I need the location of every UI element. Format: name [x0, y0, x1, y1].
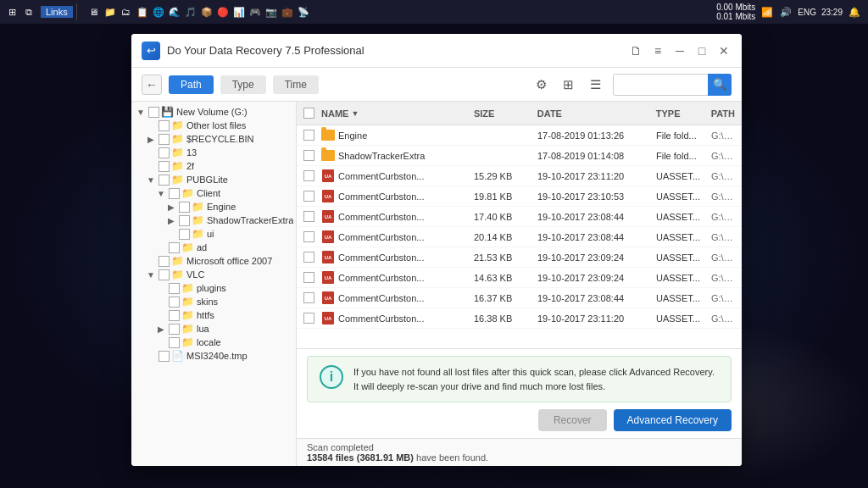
- tb-app-3[interactable]: 🗂: [120, 5, 133, 19]
- new-window-button[interactable]: 🗋: [628, 43, 643, 58]
- tree-checkbox[interactable]: [169, 188, 180, 199]
- tree-item[interactable]: ▼📁VLC: [131, 268, 296, 281]
- maximize-button[interactable]: □: [694, 43, 709, 58]
- recover-button[interactable]: Recover: [538, 409, 607, 431]
- table-row[interactable]: UACommentCurbston...21.53 KB19-10-2017 2…: [297, 247, 742, 268]
- tree-checkbox[interactable]: [159, 175, 170, 186]
- tree-item[interactable]: 📁plugins: [131, 281, 296, 295]
- tab-time[interactable]: Time: [273, 75, 319, 94]
- menu-icon[interactable]: ☰: [584, 74, 606, 96]
- volume-icon[interactable]: 🔊: [779, 5, 793, 19]
- row-checkbox[interactable]: [303, 211, 314, 222]
- col-header-name[interactable]: NAME ▼: [321, 108, 474, 119]
- tree-checkbox[interactable]: [169, 337, 180, 348]
- tree-checkbox[interactable]: [169, 283, 180, 294]
- col-header-date[interactable]: DATE: [537, 108, 656, 119]
- col-header-path[interactable]: PATH: [711, 108, 735, 119]
- tree-item[interactable]: 📁skins: [131, 295, 296, 308]
- col-header-size[interactable]: SIZE: [474, 108, 537, 119]
- start-icon[interactable]: ⊞: [5, 5, 19, 19]
- row-checkbox[interactable]: [303, 150, 314, 161]
- tree-item[interactable]: ▼📁PUBGLite: [131, 173, 296, 186]
- tree-item[interactable]: ▶📁Engine: [131, 200, 296, 214]
- table-row[interactable]: UACommentCurbston...14.63 KB19-10-2017 2…: [297, 268, 742, 288]
- minimize-button[interactable]: ─: [672, 43, 687, 58]
- tab-type[interactable]: Type: [220, 75, 266, 94]
- table-row[interactable]: UACommentCurbston...17.40 KB19-10-2017 2…: [297, 207, 742, 227]
- tree-checkbox[interactable]: [169, 310, 180, 321]
- task-view-icon[interactable]: ⧉: [22, 5, 36, 19]
- tree-checkbox[interactable]: [179, 229, 190, 240]
- tree-checkbox[interactable]: [179, 202, 190, 213]
- tb-app-12[interactable]: 📷: [264, 5, 278, 19]
- tree-checkbox[interactable]: [159, 269, 170, 280]
- tree-item[interactable]: ▼💾New Volume (G:): [131, 105, 296, 119]
- row-checkbox[interactable]: [303, 170, 314, 181]
- table-row[interactable]: UACommentCurbston...15.29 KB19-10-2017 2…: [297, 166, 742, 186]
- tree-expand-icon[interactable]: ▼: [135, 108, 147, 117]
- tree-checkbox[interactable]: [159, 351, 170, 362]
- table-row[interactable]: UACommentCurbston...19.81 KB19-10-2017 2…: [297, 186, 742, 207]
- tree-checkbox[interactable]: [169, 324, 180, 335]
- row-checkbox[interactable]: [303, 292, 314, 303]
- col-header-type[interactable]: TYPE: [656, 108, 711, 119]
- tb-app-14[interactable]: 📡: [297, 5, 310, 19]
- row-checkbox[interactable]: [303, 231, 314, 242]
- tree-item[interactable]: 📁2f: [131, 159, 296, 173]
- tb-app-7[interactable]: 🎵: [184, 5, 198, 19]
- tree-item[interactable]: ▼📁Client: [131, 186, 296, 200]
- tree-item[interactable]: 📁httfs: [131, 308, 296, 322]
- settings-icon[interactable]: ⚙: [530, 74, 552, 96]
- menu-button[interactable]: ≡: [650, 43, 665, 58]
- tb-app-11[interactable]: 🎮: [248, 5, 262, 19]
- tree-expand-icon[interactable]: ▼: [155, 189, 167, 198]
- tree-expand-icon[interactable]: ▶: [145, 135, 157, 144]
- tree-item[interactable]: ▶📁lua: [131, 322, 296, 336]
- tree-expand-icon[interactable]: ▶: [165, 216, 177, 225]
- tb-app-8[interactable]: 📦: [200, 5, 214, 19]
- tree-item[interactable]: 📁Microsoft office 2007: [131, 254, 296, 268]
- tree-item[interactable]: 📁locale: [131, 336, 296, 349]
- tree-item[interactable]: 📁ad: [131, 241, 296, 254]
- tree-expand-icon[interactable]: ▼: [145, 270, 157, 280]
- close-button[interactable]: ✕: [716, 43, 732, 58]
- row-checkbox[interactable]: [303, 272, 314, 283]
- tree-checkbox[interactable]: [159, 134, 170, 145]
- tree-expand-icon[interactable]: ▶: [155, 324, 167, 334]
- table-row[interactable]: UACommentCurbston...16.37 KB19-10-2017 2…: [297, 288, 742, 308]
- search-button[interactable]: 🔍: [708, 74, 732, 96]
- tree-item[interactable]: 📁Other lost files: [131, 119, 296, 132]
- network-icon[interactable]: 📶: [760, 5, 774, 19]
- tree-checkbox[interactable]: [159, 120, 170, 131]
- tree-checkbox[interactable]: [159, 256, 170, 267]
- tb-app-6[interactable]: 🌊: [168, 5, 181, 19]
- table-row[interactable]: Engine17-08-2019 01:13:26File fold...G:\…: [297, 125, 742, 146]
- table-row[interactable]: UACommentCurbston...20.14 KB19-10-2017 2…: [297, 227, 742, 247]
- tree-item[interactable]: 📁ui: [131, 227, 296, 241]
- tree-expand-icon[interactable]: ▼: [145, 175, 157, 185]
- tree-item[interactable]: 📄MSI3240e.tmp: [131, 349, 296, 363]
- row-checkbox[interactable]: [303, 252, 314, 263]
- tb-app-10[interactable]: 📊: [232, 5, 246, 19]
- tb-app-9[interactable]: 🔴: [216, 5, 230, 19]
- row-checkbox[interactable]: [303, 130, 314, 141]
- tb-app-2[interactable]: 📁: [103, 5, 117, 19]
- tree-checkbox[interactable]: [179, 215, 190, 226]
- tb-app-1[interactable]: 🖥: [87, 5, 101, 19]
- tree-item[interactable]: ▶📁ShadowTrackerExtra: [131, 214, 296, 227]
- tree-checkbox[interactable]: [159, 147, 170, 158]
- table-row[interactable]: UACommentCurbston...16.38 KB19-10-2017 2…: [297, 308, 742, 329]
- tree-checkbox[interactable]: [169, 297, 180, 308]
- row-checkbox[interactable]: [303, 191, 314, 202]
- row-checkbox[interactable]: [303, 313, 314, 324]
- tree-item[interactable]: ▶📁$RECYCLE.BIN: [131, 132, 296, 146]
- taskbar-links-label[interactable]: Links: [41, 6, 73, 18]
- tree-checkbox[interactable]: [159, 161, 170, 172]
- back-button[interactable]: ←: [142, 75, 162, 95]
- select-all-checkbox[interactable]: [303, 108, 314, 119]
- tree-checkbox[interactable]: [169, 242, 180, 253]
- grid-icon[interactable]: ⊞: [557, 74, 579, 96]
- tree-checkbox[interactable]: [148, 107, 159, 118]
- tb-app-4[interactable]: 📋: [136, 5, 149, 19]
- notification-icon[interactable]: 🔔: [848, 5, 861, 19]
